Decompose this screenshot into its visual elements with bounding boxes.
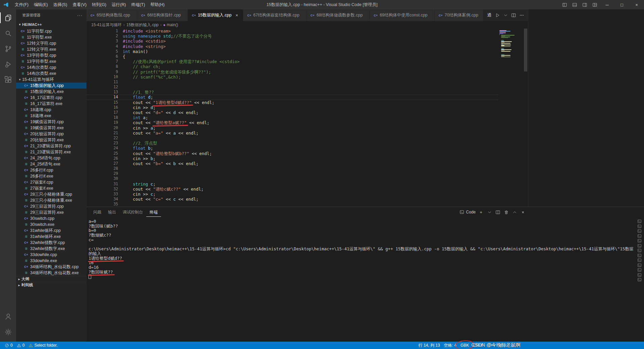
split-terminal-button[interactable] [495, 208, 501, 216]
code-line[interactable]: 24 float b; [87, 146, 498, 151]
code-line[interactable]: 30 [87, 176, 498, 181]
code-line[interactable]: 20 cin >> a; [87, 126, 498, 131]
panel-tab-debug-console[interactable]: 调试控制台 [119, 208, 146, 217]
code-line[interactable]: 32 cout << "请给c赋c??" << endl; [87, 187, 498, 192]
toggle-sidebar-icon[interactable] [559, 0, 570, 9]
terminal-instance-icon[interactable] [637, 263, 642, 267]
code-line[interactable]: 4#include <string> [87, 44, 498, 49]
problems-warnings[interactable]: 0 [15, 342, 27, 349]
scrollbar-thumb[interactable] [524, 29, 527, 71]
encoding[interactable]: GBK [459, 342, 471, 349]
code-line[interactable]: 14 float d; [87, 95, 498, 100]
code-line[interactable]: 15 cout << "1请给整型d赋d??" << endl; [87, 100, 498, 105]
code-line[interactable]: 25 cout << "请给整型b赋b??" << endl; [87, 151, 498, 156]
customize-layout-icon[interactable] [590, 0, 600, 9]
file-row[interactable]: C+32while猜数字.cpp [16, 240, 87, 246]
tongyi-extension-button[interactable]: 通 [486, 12, 493, 19]
cursor-position[interactable]: 行 14, 列 13 [417, 342, 442, 349]
file-row[interactable]: C+30switch.cpp [16, 215, 87, 221]
file-row[interactable]: ≡20比较运算符.exe [16, 137, 87, 143]
code-line[interactable]: 5int main() [87, 49, 498, 54]
code-line[interactable]: 13 //1、整?? [87, 90, 498, 95]
menu-item[interactable]: 选择(S) [51, 0, 70, 9]
terminal-instance-icon[interactable] [637, 239, 642, 243]
account-icon[interactable] [0, 309, 16, 324]
code-line[interactable]: 17 cout << "d=" << d << endl; [87, 110, 498, 115]
close-button[interactable]: × [629, 0, 644, 9]
editor-tab[interactable]: C+15数据的输入.cpp× [188, 9, 243, 21]
file-row[interactable]: C+21_23逻辑运算符.cpp [16, 143, 87, 149]
file-row[interactable]: ≡33dowhile.exe [16, 258, 87, 264]
terminal-instance-icon[interactable] [637, 229, 642, 233]
file-row[interactable]: C+11字符型.cpp [16, 28, 87, 34]
file-row[interactable]: ≡11字符型.exe [16, 34, 87, 40]
code-line[interactable]: 33 cin >> c; [87, 192, 498, 197]
source-control-icon[interactable] [0, 41, 16, 56]
code-line[interactable]: 12 [87, 85, 498, 90]
file-row[interactable]: ≡28三只小猪称体重.exe [16, 197, 87, 203]
file-row[interactable]: C+24_25if语句.cpp [16, 155, 87, 161]
file-row[interactable]: C+18递增.cpp [16, 107, 87, 113]
editor-tab[interactable]: C+69结构体中使用const.cpp [370, 9, 434, 21]
file-row[interactable]: ≡31while循环.exe [16, 234, 87, 240]
timeline-section[interactable]: ▸ 时间线 [16, 282, 87, 288]
file-row[interactable]: C+13字符串型.cpp [16, 52, 87, 58]
split-editor-button[interactable] [510, 12, 517, 19]
editor-tab[interactable]: C+68结构体做函数参数.cpp [307, 9, 370, 21]
file-row[interactable]: C+34循环结构_水仙花数.cpp [16, 264, 87, 270]
code-line[interactable]: 28 [87, 166, 498, 171]
code-line[interactable]: 19 cout << "请给整型a赋??" << endl; [87, 120, 498, 125]
editor-scrollbar[interactable] [523, 29, 528, 207]
run-dropdown-icon[interactable] [502, 12, 509, 19]
menu-item[interactable]: 帮助(H) [148, 0, 167, 9]
breadcrumb-item[interactable]: ◆main() [163, 22, 178, 27]
toggle-secondary-sidebar-icon[interactable] [580, 0, 590, 9]
editor-tab[interactable]: C+67结构体嵌套结构体.cpp [243, 9, 307, 21]
terminal-instance-icon[interactable] [637, 258, 642, 262]
terminal-instance-icon[interactable] [637, 268, 642, 272]
file-row[interactable]: C+12转义字符.cpp [16, 40, 87, 46]
maximize-panel-icon[interactable] [512, 208, 518, 216]
terminal-instance-icon[interactable] [637, 248, 642, 253]
file-row[interactable]: ≡13字符串型.exe [16, 58, 87, 64]
code-line[interactable]: 27 cout << "b=" << b << endl; [87, 161, 498, 166]
run-button[interactable] [494, 12, 501, 19]
code-line[interactable]: 8 // char ch; [87, 64, 498, 69]
file-row[interactable]: C+27嵌套if.cpp [16, 179, 87, 185]
editor-tab[interactable]: C+65结构体数组.cpp [87, 9, 137, 21]
select-folder-warning[interactable]: Select folder. [26, 342, 59, 349]
search-icon[interactable] [0, 26, 16, 41]
settings-icon[interactable] [0, 324, 16, 340]
file-row[interactable]: C+14布尔类型.cpp [16, 64, 87, 70]
code-line[interactable]: 22 [87, 136, 498, 141]
terminal-instance-icon[interactable] [637, 234, 642, 238]
editor-tab[interactable]: C+66结构体指针.cpp [137, 9, 188, 21]
file-row[interactable]: C+33dowhile.cpp [16, 252, 87, 258]
code-line[interactable]: 18 int a; [87, 115, 498, 120]
file-row[interactable]: C+29三目运算符.cpp [16, 203, 87, 209]
code-line[interactable]: 29 [87, 171, 498, 176]
code-line[interactable]: 21 cout << "a=" << a << endl; [87, 131, 498, 136]
file-row[interactable]: ≡18递增.exe [16, 113, 87, 119]
file-row[interactable]: C+15数据的输入.cpp [16, 83, 87, 89]
editor-tab[interactable]: C+70结构体案例.cpp [435, 9, 483, 21]
breadcrumb-item[interactable]: 15数据的输入.cpp [126, 22, 159, 28]
code-line[interactable]: 26 cin >> b; [87, 156, 498, 161]
code-line[interactable]: 23 //2、浮点型 [87, 141, 498, 146]
code-line[interactable]: 35 [87, 202, 498, 207]
menu-item[interactable]: 运行(R) [109, 0, 128, 9]
menu-item[interactable]: 转到(G) [89, 0, 109, 9]
file-row[interactable]: ≡16_17运算符.exe [16, 101, 87, 107]
file-row[interactable]: C+28三只小猪称体重.cpp [16, 191, 87, 197]
panel-tab-problems[interactable]: 问题 [90, 208, 105, 217]
file-row[interactable]: ≡30switch.exe [16, 221, 87, 228]
more-actions-icon[interactable]: ··· [77, 13, 83, 18]
more-editor-actions-button[interactable] [518, 12, 525, 19]
code-line[interactable]: 9 // printf("您老成绩等级多少啊??"); [87, 69, 498, 74]
extensions-icon[interactable] [0, 72, 16, 87]
menu-item[interactable]: 终端(T) [128, 0, 148, 9]
panel-tab-output[interactable]: 输出 [105, 208, 119, 217]
folder-row[interactable]: ▾15-41运算与循环 [16, 77, 87, 83]
terminal-instance-icon[interactable] [637, 278, 642, 282]
toggle-panel-icon[interactable] [570, 0, 580, 9]
